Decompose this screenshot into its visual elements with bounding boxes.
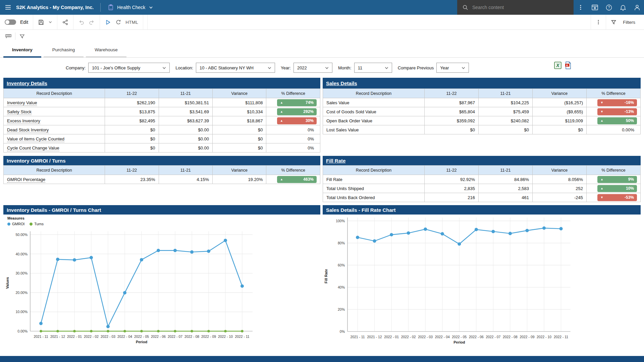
fill-rate-chart: 0%20%40%60%80%100%2021 - 112021 - 122022… [323,215,641,352]
record-label: Cost of Goods Sold Value [326,109,376,114]
chevron-down-icon[interactable] [148,5,154,10]
value-cell: $0 [213,143,266,153]
record-label[interactable]: Dead Stock Inventory [7,127,49,133]
edit-toggle[interactable] [5,19,16,25]
svg-text:2021 - 11: 2021 - 11 [350,335,365,339]
tab-inventory[interactable]: Inventory [3,43,41,58]
page-filter-funnel-icon[interactable] [16,30,28,42]
value-cell: $0.00 [159,143,212,153]
fill-rate-plot: 0%20%40%60%80%100%2021 - 112021 - 122022… [323,215,641,352]
save-options-chevron-icon[interactable] [48,20,52,24]
table-row: GMROI Percentage23.35%4.15%19.20%▲463% [4,175,320,184]
svg-text:Period: Period [453,340,465,344]
column-header: Variance [213,89,266,98]
pct-diff-value: 0.00% [622,127,637,132]
bottom-bar [0,356,644,362]
svg-text:2022 - 06: 2022 - 06 [151,335,166,339]
record-label[interactable]: Inventory Value [7,100,37,106]
svg-text:2022 - 05: 2022 - 05 [134,335,149,339]
help-icon[interactable]: ? [602,0,616,15]
value-cell: $0 [533,125,587,134]
svg-text:2022 - 08: 2022 - 08 [503,335,518,339]
pct-diff-badge: ▲292% [277,108,317,115]
tab-purchasing[interactable]: Purchasing [44,43,84,58]
notifications-bell-icon[interactable] [616,0,630,15]
search-input[interactable]: Search content [457,0,574,15]
chevron-down-icon [325,66,329,70]
value-cell: $75,459 [479,107,533,116]
top-app-bar: S2K Analytics - My Company, Inc. Health … [0,0,644,15]
value-cell: 252 [533,184,587,193]
value-cell: $262,190 [105,98,159,107]
fill-rate-title-link[interactable]: Fill Rate [326,158,345,164]
value-cell: $0 [213,125,266,134]
location-select[interactable]: 10 - ABC Stationery NY WH [196,63,275,73]
html-view-button[interactable]: HTML [125,20,138,25]
record-label: Fill Rate [326,177,342,182]
svg-text:40.00%: 40.00% [15,252,28,256]
table-row: Sales Value$87,967$104,225($16,257)▼-16% [323,98,641,107]
column-header: Variance [213,166,266,175]
table-row: Value of Items Cycle Counted$0$0.00$00% [4,134,320,143]
year-select[interactable]: 2022 [293,63,332,73]
arrow-up-icon: ▲ [280,101,283,104]
month-select[interactable]: 11 [354,63,392,73]
filter-funnel-icon [611,19,616,25]
pct-diff-value: 0% [308,127,317,132]
column-header: 11-21 [479,89,533,98]
prompt-filter-bar: Company: 101 - Joe's Office Supply Locat… [0,58,644,78]
sales-details-title-link[interactable]: Sales Details [326,80,357,86]
hamburger-menu-icon[interactable] [0,0,16,15]
value-cell: $65,804 [425,107,479,116]
share-button[interactable] [62,19,68,25]
redo-button[interactable] [89,19,95,25]
pdf-export-icon[interactable]: A [565,61,572,69]
column-header: 11-22 [105,89,159,98]
column-header: Record Description [4,166,105,175]
svg-text:2022 - 04: 2022 - 04 [117,335,132,339]
value-cell: $0 [105,143,159,153]
excel-export-icon[interactable]: X [554,62,561,69]
record-label[interactable]: Cycle Count Change Value [7,145,59,151]
record-label[interactable]: Safety Stock [7,109,32,115]
data-table-widget-icon[interactable] [3,30,14,42]
filters-button[interactable]: Filters [606,15,644,29]
value-cell: $119,009 [533,116,587,125]
inventory-details-title-link[interactable]: Inventory Details [7,80,47,86]
undo-button[interactable] [78,19,85,25]
toolbar-kebab-icon[interactable] [596,19,601,25]
save-button[interactable] [38,19,44,25]
legend-title: Measures [7,216,44,220]
legend-item-gmroi[interactable]: GMROI [7,222,24,226]
svg-text:20%: 20% [338,307,345,311]
record-label[interactable]: GMROI Percentage [7,177,45,183]
user-account-icon[interactable] [630,0,644,15]
compare-previous-select[interactable]: Year [436,63,469,73]
tools-divider [15,33,15,40]
export-buttons: X A [554,61,572,69]
report-switcher[interactable]: Health Check [107,4,154,11]
run-play-button[interactable] [105,19,111,25]
value-cell: $3,541.69 [159,107,212,116]
value-cell: $111,808 [213,98,266,107]
svg-text:60%: 60% [338,263,345,267]
record-label[interactable]: Excess Inventory [7,118,40,124]
column-header: 11-21 [479,166,533,175]
clipboard-report-icon [107,4,114,11]
value-cell: 23.35% [105,175,159,184]
gmroi-band: Inventory GMROI / Turns [3,156,320,165]
company-select[interactable]: 101 - Joe's Office Supply [88,63,170,73]
tab-warehouse[interactable]: Warehouse [86,43,126,58]
column-header: 11-22 [105,166,159,175]
turns-dot-icon [30,223,33,226]
record-label[interactable]: Value of Items Cycle Counted [7,136,64,142]
fill-rate-chart-title: Sales Details - Fill Rate Chart [326,207,396,213]
preview-window-eye-icon[interactable] [588,0,602,15]
legend-item-turns[interactable]: Turns [30,222,44,226]
value-cell: $0 [213,134,266,143]
svg-text:2022 - 07: 2022 - 07 [486,335,500,339]
report-name[interactable]: Health Check [117,5,145,10]
overflow-kebab-icon[interactable] [574,0,588,15]
refresh-button[interactable] [115,19,121,25]
svg-text:X: X [556,63,560,68]
